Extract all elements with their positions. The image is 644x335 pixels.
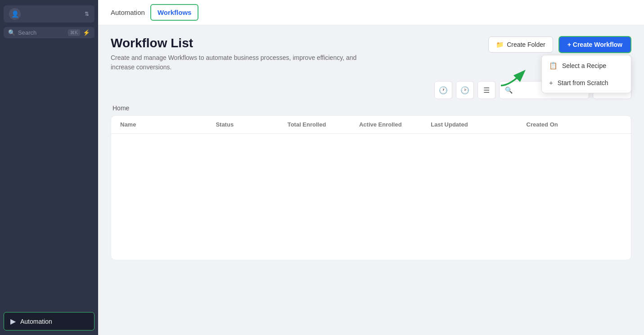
dropdown-select-recipe[interactable]: 📋 Select a Recipe bbox=[542, 57, 631, 74]
header-actions: 📁 Create Folder + Create Workflow bbox=[488, 36, 631, 53]
dropdown-start-from-scratch[interactable]: + Start from Scratch bbox=[542, 74, 631, 91]
create-folder-button[interactable]: 📁 Create Folder bbox=[488, 36, 553, 53]
chevron-updown-icon: ⇅ bbox=[85, 11, 89, 17]
topnav-automation-link[interactable]: Automation bbox=[109, 5, 147, 20]
automation-icon: ▶ bbox=[10, 317, 16, 326]
search-bar-icon: 🔍 bbox=[505, 86, 513, 94]
sidebar-user-row[interactable]: 👤 ⇅ bbox=[4, 5, 95, 23]
col-status: Status bbox=[216, 121, 287, 128]
search-keyboard-shortcut: ⌘K bbox=[68, 29, 80, 36]
plus-icon: + bbox=[549, 79, 553, 86]
page-subtitle: Create and manage Workflows to automate … bbox=[111, 53, 381, 72]
dropdown-select-recipe-label: Select a Recipe bbox=[562, 62, 606, 69]
content-header: Workflow List Create and manage Workflow… bbox=[111, 36, 631, 72]
col-name: Name bbox=[120, 121, 216, 128]
page-title: Workflow List bbox=[111, 36, 381, 50]
breadcrumb: Home bbox=[111, 104, 631, 112]
clock-icon: 🕐 bbox=[439, 86, 448, 95]
create-workflow-label: + Create Workflow bbox=[567, 41, 622, 48]
recipe-icon: 📋 bbox=[549, 62, 558, 70]
table-body bbox=[111, 134, 631, 260]
workflow-table: Name Status Total Enrolled Active Enroll… bbox=[111, 115, 631, 260]
list-icon: ☰ bbox=[483, 86, 490, 95]
view-scheduled-button[interactable]: 🕑 bbox=[456, 81, 474, 99]
lightning-icon: ⚡ bbox=[83, 29, 90, 36]
search-icon: 🔍 bbox=[8, 29, 15, 36]
main-content: Automation Workflows Workflow List Creat… bbox=[98, 0, 644, 335]
dropdown-start-from-scratch-label: Start from Scratch bbox=[558, 79, 608, 86]
folder-icon: 📁 bbox=[496, 41, 504, 48]
view-list-button[interactable]: ☰ bbox=[477, 81, 495, 99]
search-placeholder-text: Search bbox=[18, 29, 65, 36]
title-block: Workflow List Create and manage Workflow… bbox=[111, 36, 381, 72]
topnav: Automation Workflows bbox=[98, 0, 644, 25]
user-icon: 👤 bbox=[9, 8, 21, 20]
sidebar-search[interactable]: 🔍 Search ⌘K ⚡ bbox=[4, 27, 95, 38]
create-folder-label: Create Folder bbox=[507, 41, 545, 48]
col-total-enrolled: Total Enrolled bbox=[288, 121, 359, 128]
create-workflow-dropdown: 📋 Select a Recipe + Start from Scratch bbox=[541, 55, 631, 93]
col-active-enrolled: Active Enrolled bbox=[359, 121, 431, 128]
clock2-icon: 🕑 bbox=[460, 86, 469, 95]
view-history-button[interactable]: 🕐 bbox=[434, 81, 452, 99]
table-header: Name Status Total Enrolled Active Enroll… bbox=[111, 116, 631, 134]
create-workflow-button[interactable]: + Create Workflow bbox=[558, 36, 631, 53]
col-created-on: Created On bbox=[527, 121, 622, 128]
content-area: Workflow List Create and manage Workflow… bbox=[98, 25, 644, 335]
topnav-workflows-tab[interactable]: Workflows bbox=[150, 4, 199, 21]
col-last-updated: Last Updated bbox=[431, 121, 526, 128]
sidebar: 👤 ⇅ 🔍 Search ⌘K ⚡ ▶ Automation bbox=[0, 0, 98, 335]
sidebar-item-label: Automation bbox=[20, 318, 52, 325]
sidebar-item-automation[interactable]: ▶ Automation bbox=[4, 312, 95, 330]
